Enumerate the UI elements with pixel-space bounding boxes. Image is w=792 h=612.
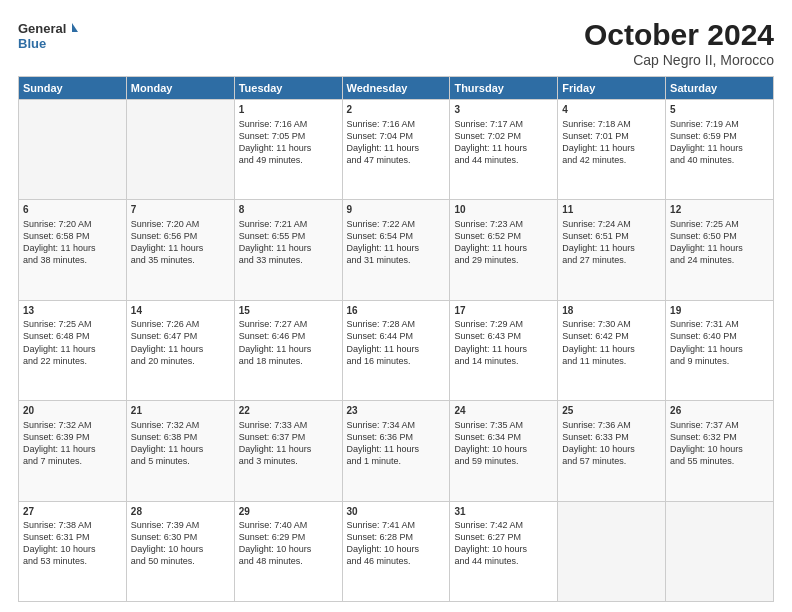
calendar-cell: 27Sunrise: 7:38 AMSunset: 6:31 PMDayligh…: [19, 501, 127, 601]
cell-content: and 22 minutes.: [23, 355, 122, 367]
day-number: 4: [562, 103, 661, 117]
cell-content: and 31 minutes.: [347, 254, 446, 266]
calendar-cell: 21Sunrise: 7:32 AMSunset: 6:38 PMDayligh…: [126, 401, 234, 501]
cell-content: Sunset: 6:52 PM: [454, 230, 553, 242]
day-number: 3: [454, 103, 553, 117]
cell-content: Daylight: 11 hours: [239, 142, 338, 154]
cell-content: and 27 minutes.: [562, 254, 661, 266]
cell-content: Daylight: 11 hours: [454, 242, 553, 254]
day-number: 19: [670, 304, 769, 318]
cell-content: Daylight: 11 hours: [239, 242, 338, 254]
cell-content: and 44 minutes.: [454, 555, 553, 567]
calendar-cell: 7Sunrise: 7:20 AMSunset: 6:56 PMDaylight…: [126, 200, 234, 300]
calendar-cell: 26Sunrise: 7:37 AMSunset: 6:32 PMDayligh…: [666, 401, 774, 501]
day-number: 22: [239, 404, 338, 418]
cell-content: Sunrise: 7:16 AM: [239, 118, 338, 130]
cell-content: Daylight: 10 hours: [454, 543, 553, 555]
day-number: 28: [131, 505, 230, 519]
title-block: October 2024 Cap Negro II, Morocco: [584, 18, 774, 68]
cell-content: Daylight: 11 hours: [670, 343, 769, 355]
day-number: 31: [454, 505, 553, 519]
cell-content: Sunset: 6:48 PM: [23, 330, 122, 342]
calendar-cell: 20Sunrise: 7:32 AMSunset: 6:39 PMDayligh…: [19, 401, 127, 501]
cell-content: Sunset: 6:56 PM: [131, 230, 230, 242]
cell-content: Sunset: 6:28 PM: [347, 531, 446, 543]
cell-content: Daylight: 11 hours: [347, 142, 446, 154]
calendar-cell: [558, 501, 666, 601]
calendar-cell: 11Sunrise: 7:24 AMSunset: 6:51 PMDayligh…: [558, 200, 666, 300]
cell-content: Sunrise: 7:25 AM: [23, 318, 122, 330]
weekday-header: Thursday: [450, 77, 558, 100]
cell-content: Daylight: 11 hours: [23, 443, 122, 455]
svg-marker-2: [72, 23, 78, 32]
calendar-cell: 10Sunrise: 7:23 AMSunset: 6:52 PMDayligh…: [450, 200, 558, 300]
weekday-header: Tuesday: [234, 77, 342, 100]
cell-content: Daylight: 11 hours: [347, 443, 446, 455]
cell-content: Daylight: 11 hours: [347, 343, 446, 355]
calendar-cell: 3Sunrise: 7:17 AMSunset: 7:02 PMDaylight…: [450, 100, 558, 200]
cell-content: and 24 minutes.: [670, 254, 769, 266]
cell-content: Daylight: 10 hours: [131, 543, 230, 555]
calendar-cell: 24Sunrise: 7:35 AMSunset: 6:34 PMDayligh…: [450, 401, 558, 501]
cell-content: Daylight: 11 hours: [23, 242, 122, 254]
calendar-cell: [19, 100, 127, 200]
cell-content: Daylight: 10 hours: [454, 443, 553, 455]
calendar-cell: [126, 100, 234, 200]
cell-content: Sunset: 6:40 PM: [670, 330, 769, 342]
cell-content: Daylight: 11 hours: [454, 343, 553, 355]
cell-content: and 11 minutes.: [562, 355, 661, 367]
cell-content: and 3 minutes.: [239, 455, 338, 467]
calendar-week-row: 6Sunrise: 7:20 AMSunset: 6:58 PMDaylight…: [19, 200, 774, 300]
cell-content: Sunset: 6:50 PM: [670, 230, 769, 242]
cell-content: and 16 minutes.: [347, 355, 446, 367]
calendar-cell: [666, 501, 774, 601]
cell-content: and 33 minutes.: [239, 254, 338, 266]
cell-content: and 14 minutes.: [454, 355, 553, 367]
cell-content: Daylight: 11 hours: [239, 343, 338, 355]
cell-content: Sunset: 6:29 PM: [239, 531, 338, 543]
weekday-header: Monday: [126, 77, 234, 100]
cell-content: Sunset: 6:32 PM: [670, 431, 769, 443]
cell-content: Daylight: 11 hours: [670, 142, 769, 154]
calendar-cell: 18Sunrise: 7:30 AMSunset: 6:42 PMDayligh…: [558, 300, 666, 400]
cell-content: Sunset: 7:02 PM: [454, 130, 553, 142]
calendar-cell: 2Sunrise: 7:16 AMSunset: 7:04 PMDaylight…: [342, 100, 450, 200]
cell-content: Sunrise: 7:16 AM: [347, 118, 446, 130]
calendar-week-row: 13Sunrise: 7:25 AMSunset: 6:48 PMDayligh…: [19, 300, 774, 400]
weekday-header: Wednesday: [342, 77, 450, 100]
cell-content: Sunset: 6:33 PM: [562, 431, 661, 443]
calendar-cell: 15Sunrise: 7:27 AMSunset: 6:46 PMDayligh…: [234, 300, 342, 400]
cell-content: and 5 minutes.: [131, 455, 230, 467]
calendar-cell: 29Sunrise: 7:40 AMSunset: 6:29 PMDayligh…: [234, 501, 342, 601]
cell-content: Sunrise: 7:39 AM: [131, 519, 230, 531]
cell-content: Sunset: 6:37 PM: [239, 431, 338, 443]
day-number: 18: [562, 304, 661, 318]
day-number: 12: [670, 203, 769, 217]
cell-content: Sunset: 6:27 PM: [454, 531, 553, 543]
day-number: 13: [23, 304, 122, 318]
cell-content: and 46 minutes.: [347, 555, 446, 567]
cell-content: Sunrise: 7:20 AM: [23, 218, 122, 230]
calendar-cell: 1Sunrise: 7:16 AMSunset: 7:05 PMDaylight…: [234, 100, 342, 200]
day-number: 26: [670, 404, 769, 418]
day-number: 20: [23, 404, 122, 418]
cell-content: Sunrise: 7:27 AM: [239, 318, 338, 330]
calendar-cell: 12Sunrise: 7:25 AMSunset: 6:50 PMDayligh…: [666, 200, 774, 300]
calendar-cell: 31Sunrise: 7:42 AMSunset: 6:27 PMDayligh…: [450, 501, 558, 601]
day-number: 24: [454, 404, 553, 418]
cell-content: Sunrise: 7:26 AM: [131, 318, 230, 330]
weekday-header: Saturday: [666, 77, 774, 100]
cell-content: Daylight: 11 hours: [347, 242, 446, 254]
calendar-header-row: SundayMondayTuesdayWednesdayThursdayFrid…: [19, 77, 774, 100]
cell-content: Sunset: 6:47 PM: [131, 330, 230, 342]
day-number: 11: [562, 203, 661, 217]
cell-content: Sunset: 6:55 PM: [239, 230, 338, 242]
cell-content: Sunset: 7:04 PM: [347, 130, 446, 142]
day-number: 21: [131, 404, 230, 418]
day-number: 15: [239, 304, 338, 318]
cell-content: and 35 minutes.: [131, 254, 230, 266]
cell-content: Sunrise: 7:37 AM: [670, 419, 769, 431]
cell-content: Daylight: 10 hours: [670, 443, 769, 455]
cell-content: Sunrise: 7:33 AM: [239, 419, 338, 431]
day-number: 10: [454, 203, 553, 217]
